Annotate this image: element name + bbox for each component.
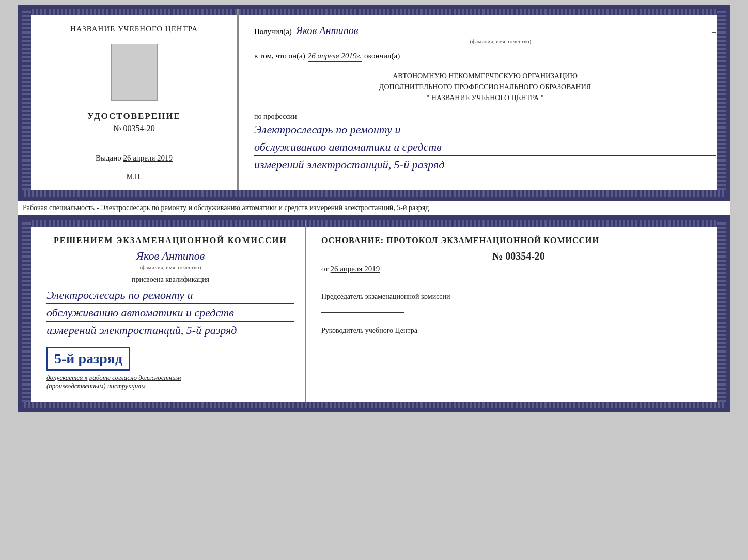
protocol-date-prefix: от [321,265,329,273]
right-stripes-top [717,9,726,197]
org-full-name: АВТОНОМНУЮ НЕКОММЕРЧЕСКУЮ ОРГАНИЗАЦИЮ ДО… [254,71,716,103]
qual-line1: Электрослесарь по ремонту и [46,286,294,304]
profession-line3: измерений электростанций, 5-й разряд [254,156,716,173]
allowed-work: допускается к работе согласно должностны… [46,374,294,390]
allowed-underline: работе согласно должностным [89,374,181,381]
protocol-date: от 26 апреля 2019 [321,265,716,274]
org-line1: АВТОНОМНУЮ НЕКОММЕРЧЕСКУЮ ОРГАНИЗАЦИЮ [254,71,716,82]
cert-bottom-right-panel: Основание: протокол экзаменационной коми… [306,220,726,408]
certify-date: 26 апреля 2019г. [308,52,362,62]
dash: – [712,27,716,36]
allowed-text: допускается к [46,374,88,381]
recipient-sublabel: (фамилия, имя, отчество) [296,38,705,44]
right-stripes-bottom [717,220,726,408]
chairman-section: Председатель экзаменационной комиссии [321,286,716,315]
qual-line2: обслуживанию автоматики и средств [46,304,294,322]
cert-number: № 00354-20 [113,124,155,135]
document-wrapper: НАЗВАНИЕ УЧЕБНОГО ЦЕНТРА УДОСТОВЕРЕНИЕ №… [18,5,730,412]
bottom-certificate: Решением экзаменационной комиссии Яков А… [18,216,730,412]
cert-stamp: М.П. [127,173,142,181]
profession-line2: обслуживанию автоматики и средств [254,138,716,156]
decision-label: Решением экзаменационной комиссии [46,236,294,245]
issued-label: Выдано [96,154,121,162]
profession-label: по профессии [254,113,716,121]
person-sublabel-bottom: (фамилия, имя, отчество) [46,264,294,270]
cert-issued: Выдано 26 апреля 2019 [96,154,173,163]
date-line: в том, что он(а) 26 апреля 2019г. окончи… [254,52,716,62]
head-label: Руководитель учебного Центра [321,326,716,336]
assigned-label: присвоена квалификация [46,276,294,284]
left-org-name: НАЗВАНИЕ УЧЕБНОГО ЦЕНТРА [70,25,198,34]
issued-date: 26 апреля 2019 [123,154,173,162]
head-sig-line [321,346,404,346]
chairman-sig-line [321,312,404,313]
chairman-label: Председатель экзаменационной комиссии [321,292,716,302]
cert-right-panel: Получил(а) Яков Антипов (фамилия, имя, о… [239,9,726,197]
specialty-separator: Рабочая специальность - Электрослесарь п… [18,201,730,216]
specialty-text-content: Рабочая специальность - Электрослесарь п… [23,204,429,212]
head-section: Руководитель учебного Центра [321,321,716,349]
org-line2: ДОПОЛНИТЕЛЬНОГО ПРОФЕССИОНАЛЬНОГО ОБРАЗО… [254,82,716,92]
top-certificate: НАЗВАНИЕ УЧЕБНОГО ЦЕНТРА УДОСТОВЕРЕНИЕ №… [18,5,730,201]
cert-left-panel: НАЗВАНИЕ УЧЕБНОГО ЦЕНТРА УДОСТОВЕРЕНИЕ №… [22,9,239,197]
certify-label: в том, что он(а) [254,52,305,60]
left-stripes-bottom [22,220,31,408]
profession-line1: Электрослесарь по ремонту и [254,121,716,138]
allowed-italic: (производственным) инструкциям [46,382,146,390]
protocol-date-value: 26 апреля 2019 [331,265,380,273]
rank-badge: 5-й разряд [46,347,130,371]
cert-bottom-left-panel: Решением экзаменационной комиссии Яков А… [22,220,306,408]
protocol-number: № 00354-20 [321,250,716,262]
person-name-bottom: Яков Антипов [46,249,294,264]
left-stripes [22,9,31,197]
received-label: Получил(а) [254,27,292,36]
qual-line3: измерений электростанций, 5-й разряд [46,322,294,339]
photo-placeholder [111,44,158,101]
finished-label: окончил(а) [364,52,400,60]
cert-title: УДОСТОВЕРЕНИЕ [87,111,181,121]
basis-label: Основание: протокол экзаменационной коми… [321,236,716,245]
recipient-name: Яков Антипов [296,25,705,38]
org-line3: " НАЗВАНИЕ УЧЕБНОГО ЦЕНТРА " [254,92,716,103]
